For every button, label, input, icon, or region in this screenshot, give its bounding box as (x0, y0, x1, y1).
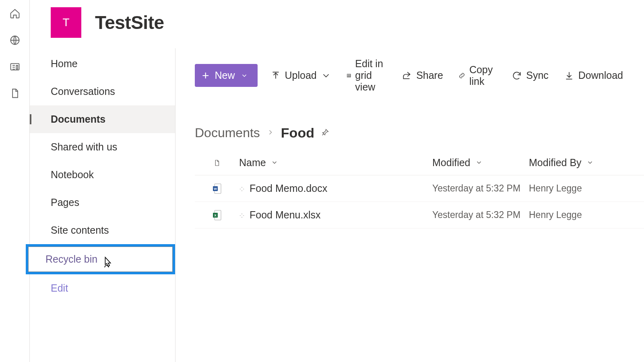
site-title[interactable]: TestSite (95, 12, 164, 33)
modified-by-cell: Henry Legge (529, 183, 634, 194)
col-modified-by[interactable]: Modified By (529, 157, 634, 169)
nav-home[interactable]: Home (30, 50, 175, 78)
table-row[interactable]: W Food Memo.docx Yesterday at 5:32 PM He… (195, 175, 644, 202)
download-label: Download (578, 70, 623, 81)
col-modified[interactable]: Modified (432, 157, 529, 169)
upload-icon (270, 70, 281, 81)
upload-button[interactable]: Upload (268, 66, 334, 85)
nav-notebook[interactable]: Notebook (30, 161, 175, 189)
copy-link-label: Copy link (469, 64, 496, 87)
edit-grid-label: Edit in grid view (355, 58, 386, 93)
download-icon (564, 70, 574, 81)
col-name[interactable]: Name (239, 157, 432, 169)
nav-pages[interactable]: Pages (30, 189, 175, 216)
modified-cell: Yesterday at 5:32 PM (432, 183, 529, 194)
svg-rect-2 (347, 74, 351, 77)
breadcrumb: Documents Food (175, 103, 644, 152)
chevron-right-icon (266, 128, 275, 138)
file-name-cell[interactable]: Food Menu.xlsx (239, 209, 432, 221)
pin-icon[interactable] (321, 128, 330, 138)
nav-shared[interactable]: Shared with us (30, 133, 175, 161)
home-icon[interactable] (9, 8, 21, 19)
breadcrumb-root[interactable]: Documents (195, 125, 260, 140)
chevron-down-icon (241, 72, 248, 79)
col-modified-label: Modified (432, 157, 471, 169)
site-header: T TestSite (30, 0, 644, 48)
share-label: Share (416, 70, 443, 81)
nav-recycle-bin-highlight: Recycle bin (26, 244, 175, 274)
nav-conversations[interactable]: Conversations (30, 78, 175, 105)
chevron-down-icon (586, 157, 594, 169)
table-row[interactable]: X Food Menu.xlsx Yesterday at 5:32 PM He… (195, 202, 644, 228)
app-rail (0, 0, 30, 362)
file-icon[interactable] (9, 88, 21, 99)
col-modified-by-label: Modified By (529, 157, 582, 169)
list-header: Name Modified Modified By (195, 152, 644, 175)
word-icon: W (212, 183, 222, 194)
nav-site-contents[interactable]: Site contents (30, 216, 175, 244)
sync-button[interactable]: Sync (509, 66, 551, 85)
grid-icon (347, 70, 351, 81)
file-type-icon: W (195, 183, 239, 194)
chevron-down-icon (271, 157, 278, 169)
new-button-label: New (215, 70, 235, 81)
col-type-icon[interactable] (195, 159, 239, 167)
loading-icon (239, 209, 245, 221)
file-name: Food Memo.docx (250, 183, 327, 194)
breadcrumb-current: Food (281, 125, 314, 141)
globe-icon[interactable] (9, 35, 21, 46)
main-area: + New Upload Edit in grid view (175, 48, 644, 362)
sync-label: Sync (526, 70, 549, 81)
command-bar: + New Upload Edit in grid view (175, 48, 644, 103)
svg-text:X: X (214, 214, 217, 217)
plus-icon: + (202, 72, 209, 80)
modified-by-cell: Henry Legge (529, 210, 634, 220)
loading-icon (239, 183, 245, 194)
file-name-cell[interactable]: Food Memo.docx (239, 183, 432, 194)
file-type-icon: X (195, 210, 239, 221)
nav-edit-link[interactable]: Edit (30, 277, 175, 294)
left-nav: Home Conversations Documents Shared with… (30, 48, 175, 362)
upload-label: Upload (285, 70, 317, 81)
edit-grid-button[interactable]: Edit in grid view (344, 54, 389, 97)
copy-link-button[interactable]: Copy link (456, 60, 499, 91)
col-name-label: Name (239, 157, 266, 169)
excel-icon: X (212, 210, 222, 221)
file-name: Food Menu.xlsx (250, 209, 320, 221)
document-icon (213, 159, 221, 167)
site-tile[interactable]: T (51, 7, 81, 38)
nav-recycle-bin[interactable]: Recycle bin (28, 247, 173, 272)
new-button[interactable]: + New (195, 64, 258, 87)
share-icon (402, 70, 412, 81)
chevron-down-icon (321, 70, 331, 81)
news-icon[interactable] (9, 61, 21, 72)
download-button[interactable]: Download (561, 66, 625, 85)
chevron-down-icon (475, 157, 483, 169)
modified-cell: Yesterday at 5:32 PM (432, 210, 529, 220)
share-button[interactable]: Share (399, 66, 446, 85)
nav-documents[interactable]: Documents (30, 105, 175, 133)
sync-icon (512, 70, 522, 81)
link-icon (458, 70, 465, 81)
file-list: Name Modified Modified By (175, 152, 644, 228)
svg-text:W: W (214, 187, 217, 191)
